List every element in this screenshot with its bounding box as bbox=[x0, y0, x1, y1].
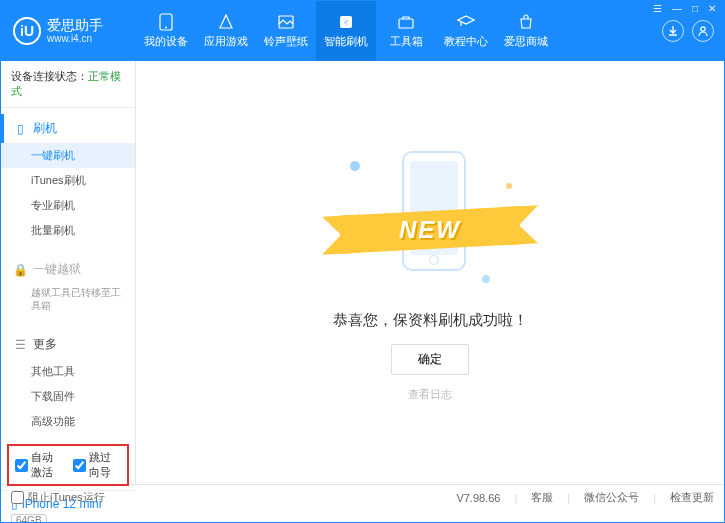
check-skip-guide[interactable]: 跳过向导 bbox=[73, 450, 121, 480]
lock-icon: 🔒 bbox=[13, 263, 27, 277]
window-controls: ☰ — □ ✕ bbox=[651, 3, 718, 14]
phone-small-icon: ▯ bbox=[13, 122, 27, 136]
success-message: 恭喜您，保资料刷机成功啦！ bbox=[333, 311, 528, 330]
nav-toolbox[interactable]: 工具箱 bbox=[376, 1, 436, 61]
store-icon bbox=[517, 13, 535, 31]
tutorial-icon bbox=[457, 13, 475, 31]
block-itunes-check[interactable]: 阻止iTunes运行 bbox=[11, 490, 105, 505]
main-nav: 我的设备 应用游戏 铃声壁纸 智能刷机 工具箱 教程中心 爱思商城 bbox=[136, 1, 662, 61]
apps-icon bbox=[217, 13, 235, 31]
success-illustration: NEW bbox=[320, 143, 540, 293]
nav-tutorials[interactable]: 教程中心 bbox=[436, 1, 496, 61]
check-update-link[interactable]: 检查更新 bbox=[670, 490, 714, 505]
sidebar-item-download-firmware[interactable]: 下载固件 bbox=[1, 384, 135, 409]
sidebar-item-other-tools[interactable]: 其他工具 bbox=[1, 359, 135, 384]
nav-store[interactable]: 爱思商城 bbox=[496, 1, 556, 61]
jailbreak-note: 越狱工具已转移至工具箱 bbox=[1, 284, 135, 318]
toolbox-icon bbox=[397, 13, 415, 31]
logo-area: iU 爱思助手 www.i4.cn bbox=[1, 1, 136, 61]
nav-apps[interactable]: 应用游戏 bbox=[196, 1, 256, 61]
more-icon: ☰ bbox=[13, 338, 27, 352]
minimize-icon[interactable]: — bbox=[670, 3, 684, 14]
app-header: ☰ — □ ✕ iU 爱思助手 www.i4.cn 我的设备 应用游戏 铃声壁纸… bbox=[1, 1, 724, 61]
connection-status: 设备连接状态：正常模式 bbox=[1, 61, 135, 108]
logo-icon: iU bbox=[13, 17, 41, 45]
app-title: 爱思助手 bbox=[47, 17, 103, 34]
close-icon[interactable]: ✕ bbox=[706, 3, 718, 14]
svg-rect-4 bbox=[399, 19, 413, 28]
sidebar-item-advanced[interactable]: 高级功能 bbox=[1, 409, 135, 434]
sidebar-item-batch-flash[interactable]: 批量刷机 bbox=[1, 218, 135, 243]
nav-my-device[interactable]: 我的设备 bbox=[136, 1, 196, 61]
ok-button[interactable]: 确定 bbox=[391, 344, 469, 375]
sidebar-item-oneclick-flash[interactable]: 一键刷机 bbox=[1, 143, 135, 168]
sidebar-jailbreak-head[interactable]: 🔒 一键越狱 bbox=[1, 255, 135, 284]
wallpaper-icon bbox=[277, 13, 295, 31]
option-checks-highlight: 自动激活 跳过向导 bbox=[7, 444, 129, 486]
sidebar: 设备连接状态：正常模式 ▯ 刷机 一键刷机 iTunes刷机 专业刷机 批量刷机… bbox=[1, 61, 136, 484]
nav-ringtones[interactable]: 铃声壁纸 bbox=[256, 1, 316, 61]
storage-badge: 64GB bbox=[11, 514, 47, 523]
user-icon[interactable] bbox=[692, 20, 714, 42]
service-link[interactable]: 客服 bbox=[531, 490, 553, 505]
nav-smart-flash[interactable]: 智能刷机 bbox=[316, 1, 376, 61]
new-ribbon: NEW bbox=[340, 206, 520, 253]
view-log-link[interactable]: 查看日志 bbox=[408, 387, 452, 402]
svg-point-5 bbox=[701, 27, 705, 31]
app-url: www.i4.cn bbox=[47, 33, 103, 45]
svg-rect-3 bbox=[340, 16, 352, 28]
download-icon[interactable] bbox=[662, 20, 684, 42]
sidebar-flash-head[interactable]: ▯ 刷机 bbox=[1, 114, 135, 143]
flash-icon bbox=[337, 13, 355, 31]
svg-point-1 bbox=[165, 27, 167, 29]
menu-icon[interactable]: ☰ bbox=[651, 3, 664, 14]
version-label: V7.98.66 bbox=[456, 492, 500, 504]
wechat-link[interactable]: 微信公众号 bbox=[584, 490, 639, 505]
phone-icon bbox=[157, 13, 175, 31]
maximize-icon[interactable]: □ bbox=[690, 3, 700, 14]
main-content: NEW 恭喜您，保资料刷机成功啦！ 确定 查看日志 bbox=[136, 61, 724, 484]
sidebar-item-itunes-flash[interactable]: iTunes刷机 bbox=[1, 168, 135, 193]
check-auto-activate[interactable]: 自动激活 bbox=[15, 450, 63, 480]
sidebar-more-head[interactable]: ☰ 更多 bbox=[1, 330, 135, 359]
sidebar-item-pro-flash[interactable]: 专业刷机 bbox=[1, 193, 135, 218]
